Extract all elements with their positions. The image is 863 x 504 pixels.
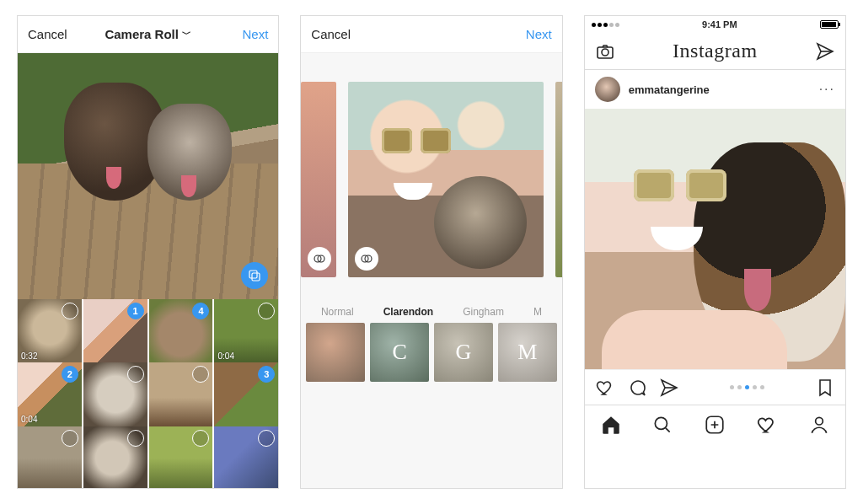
post-header: emmatangerine ···	[585, 70, 845, 109]
thumbnail[interactable]: 3	[214, 362, 278, 426]
post-actions	[585, 369, 845, 405]
carousel-dot	[753, 385, 757, 389]
svg-point-10	[656, 417, 667, 429]
tab-home[interactable]	[600, 414, 622, 436]
thumbnail[interactable]	[214, 426, 278, 488]
filter-option-normal[interactable]	[306, 323, 365, 382]
venn-effects-icon	[313, 252, 326, 265]
paper-plane-icon	[815, 41, 835, 62]
selection-circle	[127, 430, 144, 447]
carousel-dot	[745, 385, 749, 389]
cancel-button[interactable]: Cancel	[311, 27, 362, 41]
direct-messages-button[interactable]	[815, 41, 835, 62]
post-more-button[interactable]: ···	[819, 82, 835, 97]
thumbnail[interactable]	[149, 426, 213, 488]
album-title: Camera Roll	[105, 27, 179, 41]
venn-effects-icon	[360, 252, 373, 265]
selection-circle	[258, 430, 275, 447]
person-icon	[808, 414, 830, 436]
carousel-dot	[760, 385, 764, 389]
selection-order-badge: 1	[127, 303, 144, 319]
filter-label: M	[533, 306, 542, 318]
album-dropdown[interactable]: Camera Roll ﹀	[105, 27, 191, 41]
preview-image	[18, 53, 278, 299]
post-username[interactable]: emmatangerine	[629, 83, 710, 96]
carousel-dot	[737, 385, 742, 389]
open-camera-button[interactable]	[595, 41, 615, 62]
carousel-card-prev[interactable]	[301, 82, 336, 277]
tab-search[interactable]	[651, 414, 673, 436]
video-duration: 0:04	[21, 415, 37, 424]
filter-labels: NormalClarendonGinghamM	[301, 306, 561, 318]
screen-filter-editor: Cancel Next	[300, 15, 562, 489]
like-button[interactable]	[595, 378, 615, 398]
app-header: Instagram	[585, 33, 845, 70]
carousel-dot	[730, 385, 734, 389]
thumbnail[interactable]	[83, 426, 147, 488]
individual-edit-button[interactable]	[308, 247, 331, 271]
filter-label: Clarendon	[383, 306, 433, 318]
tab-bar	[585, 405, 845, 443]
selected-photos-carousel[interactable]	[301, 53, 561, 306]
paper-plane-icon	[659, 378, 679, 398]
heart-icon	[756, 414, 778, 436]
topnav: Cancel Camera Roll ﹀ Next	[18, 16, 278, 53]
video-duration: 0:32	[21, 351, 37, 361]
search-icon	[651, 414, 673, 436]
tab-add-post[interactable]	[704, 414, 726, 436]
selection-circle	[127, 366, 144, 383]
comment-button[interactable]	[627, 378, 647, 398]
chevron-down-icon: ﹀	[182, 28, 191, 40]
svg-rect-1	[252, 273, 260, 281]
filter-label: Normal	[321, 306, 354, 318]
next-button[interactable]: Next	[501, 27, 552, 41]
thumbnail[interactable]: 0:32	[18, 299, 82, 363]
carousel-card-current[interactable]	[348, 82, 544, 277]
topnav: Cancel Next	[301, 16, 561, 53]
thumbnail[interactable]	[149, 362, 213, 426]
svg-point-12	[816, 417, 823, 425]
battery-icon	[820, 20, 839, 29]
save-button[interactable]	[815, 378, 835, 398]
screen-camera-roll: Cancel Camera Roll ﹀ Next 0:32140:0420:0…	[17, 15, 279, 489]
svg-rect-0	[249, 271, 257, 278]
cancel-button[interactable]: Cancel	[28, 27, 78, 41]
thumbnail[interactable]: 1	[83, 299, 147, 363]
camera-icon	[595, 41, 615, 62]
plus-box-icon	[704, 414, 726, 436]
filter-option-m[interactable]: M	[498, 323, 557, 382]
status-time: 9:41 PM	[702, 19, 737, 29]
tab-activity[interactable]	[756, 414, 778, 436]
next-button[interactable]: Next	[217, 27, 268, 41]
filter-label: Gingham	[463, 306, 504, 318]
comment-icon	[627, 378, 647, 398]
heart-icon	[595, 378, 615, 398]
selected-photo-preview[interactable]	[18, 53, 278, 299]
thumbnail[interactable]: 4	[149, 299, 213, 363]
selection-circle	[62, 303, 78, 319]
avatar[interactable]	[595, 77, 620, 102]
thumbnail[interactable]: 0:04	[214, 299, 278, 363]
filter-option-clarendon[interactable]: C	[370, 323, 429, 382]
filter-thumbnails: CGM	[301, 318, 561, 387]
home-icon	[600, 414, 622, 436]
signal-strength-icon	[592, 23, 619, 27]
share-button[interactable]	[659, 378, 679, 398]
carousel-dots	[730, 385, 764, 389]
tab-profile[interactable]	[808, 414, 830, 436]
post-image[interactable]	[585, 109, 845, 369]
thumbnail[interactable]	[83, 362, 147, 426]
filter-option-gingham[interactable]: G	[434, 323, 493, 382]
thumbnail[interactable]: 20:04	[18, 362, 82, 426]
screen-feed: 9:41 PM Instagram emmatangerine ···	[584, 15, 846, 489]
individual-edit-button[interactable]	[355, 247, 378, 271]
svg-point-9	[602, 49, 608, 56]
status-bar: 9:41 PM	[585, 16, 845, 33]
thumbnail[interactable]	[18, 426, 82, 488]
multi-select-icon	[247, 268, 262, 283]
instagram-logo: Instagram	[673, 40, 757, 62]
bookmark-icon	[815, 378, 835, 398]
video-duration: 0:04	[217, 351, 233, 361]
camera-roll-grid: 0:32140:0420:043	[18, 299, 278, 488]
carousel-card-next[interactable]	[555, 82, 561, 277]
